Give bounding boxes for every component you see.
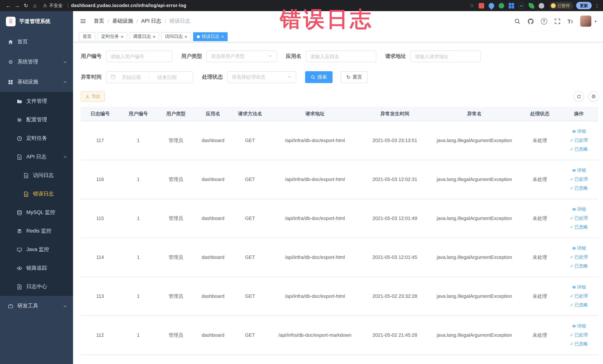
warning-icon: ⚠: [43, 3, 47, 8]
check-icon: ✓: [570, 138, 573, 142]
detail-link[interactable]: 详细: [572, 206, 586, 212]
check-icon: ✓: [570, 216, 573, 220]
sidebar-item-redis-monitor[interactable]: Redis 监控: [0, 222, 73, 240]
security-chip[interactable]: ⚠ 不安全: [43, 2, 71, 9]
user-id-field[interactable]: [106, 50, 172, 62]
user-type-select[interactable]: 请选择用户类型: [207, 50, 277, 62]
sidebar-item-file-management[interactable]: 文件管理: [0, 92, 73, 110]
close-icon[interactable]: ×: [221, 34, 224, 39]
sidebar-item-access-log[interactable]: 访问日志: [0, 166, 73, 185]
tab-schedule-log[interactable]: 调度日志×: [129, 32, 159, 41]
browser-menu-icon[interactable]: ⋮: [595, 3, 600, 8]
extension-paw-icon[interactable]: [539, 3, 544, 8]
col-method: 请求方法名: [231, 107, 269, 121]
request-url-input[interactable]: [415, 54, 476, 59]
search-button[interactable]: 搜索: [305, 71, 333, 83]
detail-link[interactable]: 详细: [572, 284, 586, 290]
column-settings-button[interactable]: ⚙: [588, 91, 599, 102]
breadcrumb-infrastructure[interactable]: 基础设施: [112, 18, 133, 24]
sidebar-item-scheduled-tasks[interactable]: 定时任务: [0, 129, 73, 148]
hamburger-icon[interactable]: [80, 18, 86, 24]
processed-link[interactable]: ✓已处理: [570, 332, 588, 338]
breadcrumb-home[interactable]: 首页: [94, 18, 104, 24]
breadcrumb-api-log[interactable]: API 日志: [141, 18, 162, 24]
exception-time-range[interactable]: -: [106, 71, 193, 83]
user-id-input[interactable]: [110, 54, 168, 59]
extension-grid-icon[interactable]: [509, 3, 514, 8]
fullscreen-icon[interactable]: [554, 18, 560, 24]
breadcrumb: 首页 / 基础设施 / API 日志 / 错误日志: [94, 18, 190, 24]
processed-link[interactable]: ✓已处理: [570, 137, 588, 143]
sidebar-item-home[interactable]: 首页: [0, 32, 73, 52]
reload-icon[interactable]: ↻: [22, 1, 30, 10]
tab-home[interactable]: 首页: [79, 32, 95, 41]
tab-error-log[interactable]: 错误日志×: [193, 32, 228, 41]
sidebar-item-mysql-monitor[interactable]: MySQL 监控: [0, 203, 73, 222]
logo[interactable]: 芋道管理系统: [0, 11, 73, 32]
ignored-link[interactable]: ✓已忽略: [570, 224, 588, 230]
chevron-down-icon: [287, 74, 292, 80]
avatar[interactable]: [580, 16, 591, 27]
search-icon[interactable]: [514, 18, 520, 24]
detail-link[interactable]: 详细: [572, 323, 586, 329]
app-name-input[interactable]: [310, 54, 372, 59]
ignored-link[interactable]: ✓已忽略: [570, 302, 588, 308]
tab-access-log[interactable]: 访问日志×: [161, 32, 191, 41]
extension-leaf-icon[interactable]: [529, 3, 534, 8]
chevron-up-icon: [63, 80, 67, 84]
ignored-link[interactable]: ✓已忽略: [570, 146, 588, 153]
home-icon[interactable]: ⌂: [30, 1, 39, 10]
font-size-icon[interactable]: TT: [568, 18, 573, 24]
sidebar-item-error-log[interactable]: 错误日志: [0, 185, 73, 203]
extension-on-badge-icon[interactable]: on: [519, 3, 524, 8]
process-status-select[interactable]: 请选择处理状态: [227, 71, 296, 83]
ignored-link[interactable]: ✓已忽略: [570, 263, 588, 269]
request-url-field[interactable]: [410, 50, 481, 62]
sidebar-item-system-management[interactable]: ⚙ 系统管理: [0, 52, 73, 72]
update-button[interactable]: 更新: [576, 2, 592, 9]
forward-icon[interactable]: →: [13, 1, 22, 10]
app-name-field[interactable]: [306, 50, 376, 62]
extension-adblock-icon[interactable]: [479, 3, 484, 8]
processed-link[interactable]: ✓已处理: [570, 176, 588, 182]
extension-green-icon[interactable]: [499, 3, 504, 8]
processed-link[interactable]: ✓已处理: [570, 215, 588, 221]
sidebar-item-trace[interactable]: 链路追踪: [0, 259, 73, 277]
tab-scheduled-task[interactable]: 定时任务×: [97, 32, 127, 41]
extension-drop-icon[interactable]: [487, 2, 495, 10]
processed-link[interactable]: ✓已处理: [570, 293, 588, 299]
close-icon[interactable]: ×: [121, 34, 123, 39]
avatar-caret-icon[interactable]: ▾: [595, 19, 596, 23]
sidebar-item-api-log[interactable]: API 日志: [0, 148, 73, 166]
bookmark-star-icon[interactable]: ☆: [470, 3, 474, 9]
reset-button[interactable]: ↻ 重置: [341, 71, 368, 83]
detail-link[interactable]: 详细: [572, 167, 586, 174]
github-icon[interactable]: [527, 18, 534, 24]
help-icon[interactable]: ?: [541, 18, 547, 24]
processed-link[interactable]: ✓已处理: [570, 254, 588, 260]
detail-link[interactable]: 详细: [572, 245, 586, 251]
sidebar-item-config-management[interactable]: 配置管理: [0, 110, 73, 129]
profile-paused-chip[interactable]: 已暂停: [549, 2, 573, 9]
sidebar-item-log-center[interactable]: 日志中心: [0, 277, 73, 296]
col-status: 处理状态: [520, 107, 559, 121]
sidebar-item-infrastructure[interactable]: 基础设施: [0, 72, 73, 92]
sidebar-item-devtools[interactable]: 研发工具: [0, 296, 73, 316]
refresh-table-button[interactable]: [574, 91, 584, 102]
devtools-icon: [7, 303, 14, 309]
detail-link[interactable]: 详细: [572, 128, 586, 135]
back-icon[interactable]: ←: [4, 1, 13, 10]
config-icon: [16, 117, 23, 123]
ignored-link[interactable]: ✓已忽略: [570, 341, 588, 347]
sidebar-item-java-monitor[interactable]: Java 监控: [0, 240, 73, 259]
filter-row-2: 异常时间 - 处理状态 请选择处理状态: [81, 71, 599, 83]
export-button[interactable]: 导出: [81, 91, 105, 102]
url-text[interactable]: dashboard.yudao.iocoder.cn/infra/log/api…: [71, 3, 186, 8]
start-date-input[interactable]: [118, 74, 145, 80]
ignored-link[interactable]: ✓已忽略: [570, 185, 588, 191]
folder-icon: [16, 98, 23, 104]
end-date-input[interactable]: [154, 74, 180, 80]
close-icon[interactable]: ×: [153, 34, 155, 39]
table-toolbar: 导出 ⚙: [81, 91, 599, 102]
close-icon[interactable]: ×: [185, 34, 187, 39]
